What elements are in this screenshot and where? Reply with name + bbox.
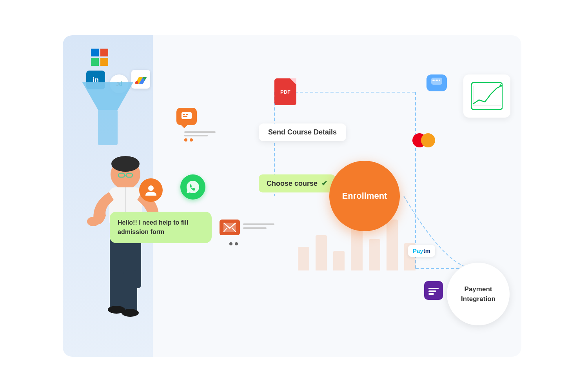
paytm-logo: Paytm — [408, 245, 435, 257]
email-lines — [243, 223, 274, 231]
whatsapp-icon — [180, 174, 205, 200]
left-panel: in Jd — [63, 35, 153, 357]
google-ads-logo — [131, 70, 150, 89]
svg-rect-35 — [431, 78, 442, 85]
svg-rect-34 — [428, 293, 434, 295]
svg-rect-17 — [110, 270, 123, 310]
svg-rect-1 — [100, 49, 108, 56]
lead-user-icon — [139, 178, 163, 202]
svg-point-28 — [148, 185, 154, 191]
mastercard-icon — [412, 133, 435, 147]
svg-rect-2 — [91, 58, 99, 66]
chat-bubble-icon — [176, 108, 197, 125]
email-dots — [229, 242, 238, 245]
svg-rect-0 — [91, 49, 99, 56]
payment-integration-circle: PaymentIntegration — [447, 263, 510, 325]
send-course-details-box: Send Course Details — [259, 123, 346, 141]
pdf-label: PDF — [280, 89, 290, 95]
chat-lines — [184, 131, 216, 142]
svg-rect-18 — [123, 270, 137, 314]
svg-rect-26 — [186, 114, 188, 115]
svg-rect-32 — [428, 288, 439, 289]
choose-course-box: Choose course ✔ — [259, 174, 335, 192]
svg-rect-25 — [183, 114, 185, 115]
svg-point-11 — [111, 156, 140, 172]
ms-logo — [89, 47, 110, 67]
pdf-icon: PDF — [274, 78, 296, 105]
main-diagram: in Jd — [63, 35, 521, 357]
phonePe-logo — [424, 281, 443, 300]
svg-rect-24 — [181, 112, 192, 119]
email-icon — [220, 220, 240, 235]
enrollment-label: Enrollment — [342, 191, 387, 201]
checkmark-icon: ✔ — [321, 179, 327, 188]
svg-rect-33 — [428, 290, 436, 292]
payment-integration-label: PaymentIntegration — [457, 284, 499, 304]
svg-rect-27 — [183, 116, 187, 117]
growth-chart-box — [463, 74, 510, 118]
svg-rect-38 — [439, 80, 440, 81]
hello-message-text: Hello!! I need help to fill admission fo… — [118, 219, 188, 235]
blue-chat-bubble — [426, 74, 447, 91]
send-course-details-label: Send Course Details — [268, 128, 337, 136]
svg-rect-37 — [436, 80, 438, 81]
svg-point-15 — [87, 217, 100, 226]
svg-point-20 — [122, 309, 139, 317]
mastercard-orange — [421, 133, 435, 147]
svg-point-7 — [135, 81, 138, 84]
svg-rect-36 — [432, 80, 435, 81]
svg-rect-3 — [100, 58, 108, 66]
svg-rect-9 — [98, 110, 118, 145]
svg-marker-8 — [82, 82, 133, 110]
enrollment-circle: Enrollment — [329, 161, 400, 231]
choose-course-label: Choose course — [267, 180, 318, 188]
hello-message-bubble: Hello!! I need help to fill admission fo… — [110, 212, 212, 243]
funnel-icon — [82, 82, 133, 145]
